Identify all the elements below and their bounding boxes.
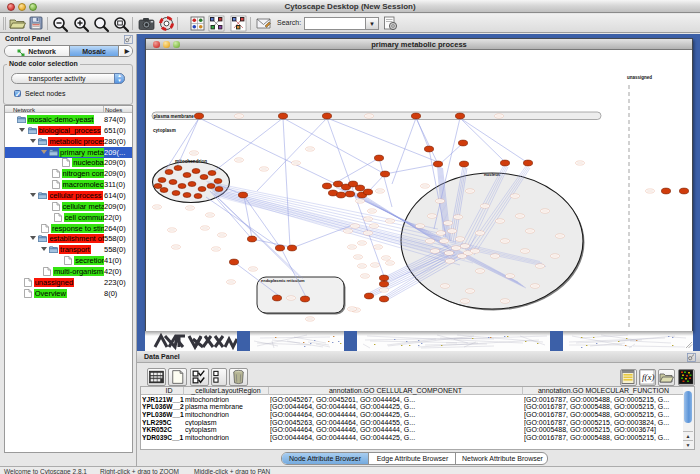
svg-text:cytoplasm: cytoplasm: [153, 128, 176, 133]
svg-text:f(x): f(x): [642, 372, 655, 382]
svg-text:plasma membrane: plasma membrane: [154, 114, 195, 119]
svg-text:unassigned: unassigned: [627, 75, 652, 80]
